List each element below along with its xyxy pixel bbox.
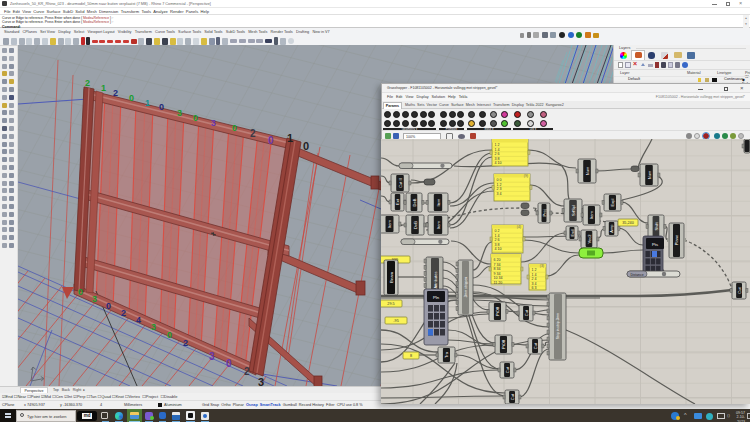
svg-text:3: 3 [92,294,97,304]
svg-text:Pts: Pts [652,242,658,247]
svg-text:2: 2 [244,366,250,377]
svg-text:11 20: 11 20 [494,281,503,285]
svg-text:Beam: Beam [389,272,394,283]
svg-text:6 3: 6 3 [532,286,537,290]
svg-text:Amp: Amp [609,224,614,233]
svg-text:3: 3 [151,322,156,332]
svg-text:Vec2: Vec2 [587,234,592,244]
svg-text:Num: Num [647,170,652,179]
svg-text:0: 0 [303,140,309,152]
svg-text:Strip in strip 3mm: Strip in strip 3mm [556,313,560,340]
svg-text:3 8: 3 8 [495,157,500,161]
svg-text:PtOff: PtOff [501,339,506,349]
svg-text:0: 0 [129,93,134,103]
svg-text:1: 1 [287,132,293,144]
svg-text:Cut: Cut [505,366,510,373]
svg-text:8 34: 8 34 [494,267,501,271]
svg-text:Tra: Tra [444,351,449,358]
svg-text:1 2: 1 2 [497,183,502,187]
svg-text:-95: -95 [393,319,399,323]
svg-text:End: End [570,229,575,236]
svg-text:Proj: Proj [542,209,547,216]
svg-text:(9): (9) [524,174,528,178]
svg-text:SrfSpl: SrfSpl [571,205,576,216]
svg-text:0: 0 [159,102,164,112]
svg-text:Plane: Plane [674,234,679,245]
svg-text:3 4: 3 4 [532,282,537,286]
svg-text:4 10: 4 10 [495,247,502,251]
svg-text:6 20: 6 20 [494,258,501,262]
svg-text:3 8: 3 8 [495,243,500,247]
svg-text:2: 2 [121,308,126,318]
svg-text:Item: Item [436,198,441,206]
svg-text:1 4: 1 4 [495,148,500,152]
svg-text:0: 0 [268,135,274,146]
svg-text:3: 3 [258,376,264,386]
svg-text:2 4: 2 4 [532,277,537,281]
svg-text:0: 0 [193,113,198,123]
svg-text:2 3: 2 3 [497,187,502,191]
svg-text:3: 3 [177,108,182,118]
svg-text:DeB: DeB [412,198,417,206]
svg-text:1: 1 [101,83,106,93]
svg-text:Pln: Pln [433,295,440,300]
svg-text:Cut: Cut [533,342,538,349]
svg-text:PtOff: PtOff [495,306,500,316]
svg-text:3: 3 [211,118,216,128]
svg-text:2 6: 2 6 [495,238,500,242]
svg-text:Cut: Cut [510,393,515,400]
svg-text:1 4: 1 4 [495,234,500,238]
svg-text:1 2: 1 2 [495,143,500,147]
svg-text:Item: Item [436,220,441,228]
svg-text:Shift: Shift [654,222,659,231]
svg-text:Item: Item [589,210,594,218]
svg-text:1 2: 1 2 [532,268,537,272]
svg-text:2: 2 [113,88,118,98]
svg-text:0: 0 [167,330,172,340]
svg-text:Cut: Cut [737,287,742,294]
svg-text:Attributes: Attributes [433,272,438,289]
svg-text:Ext: Ext [395,198,400,205]
svg-text:35,240: 35,240 [622,221,634,225]
svg-text:2 6: 2 6 [495,152,500,156]
svg-text:Item: Item [387,219,392,227]
svg-text:29.5: 29.5 [387,302,394,306]
svg-text:(3): (3) [540,264,544,268]
svg-text:1: 1 [145,98,150,108]
svg-text:1 4: 1 4 [532,273,537,277]
svg-text:8: 8 [410,354,412,358]
svg-text:4 10: 4 10 [495,161,502,165]
svg-text:7 34: 7 34 [494,263,501,267]
svg-text:2: 2 [183,338,188,348]
svg-text:0 2: 0 2 [495,229,500,233]
svg-text:3mm strippen: 3mm strippen [464,277,468,298]
svg-text:0: 0 [232,123,237,133]
svg-text:2: 2 [250,128,256,139]
svg-text:Cut: Cut [524,309,529,316]
svg-text:Expl: Expl [610,198,615,206]
svg-text:3: 3 [209,351,215,362]
svg-text:10 34: 10 34 [494,276,503,280]
svg-text:0: 0 [226,358,232,369]
svg-text:(4): (4) [517,225,521,229]
svg-text:DeB: DeB [413,221,418,229]
svg-text:0 0: 0 0 [497,178,502,182]
svg-text:2: 2 [85,78,90,88]
svg-text:Cut II: Cut II [398,178,403,188]
svg-text:3 4: 3 4 [497,192,502,196]
svg-text:0: 0 [78,287,83,297]
svg-text:4: 4 [136,315,141,325]
svg-text:Num: Num [585,166,590,175]
svg-text:0: 0 [106,301,111,311]
svg-text:Distance: Distance [630,273,643,277]
svg-text:9 34: 9 34 [494,272,501,276]
